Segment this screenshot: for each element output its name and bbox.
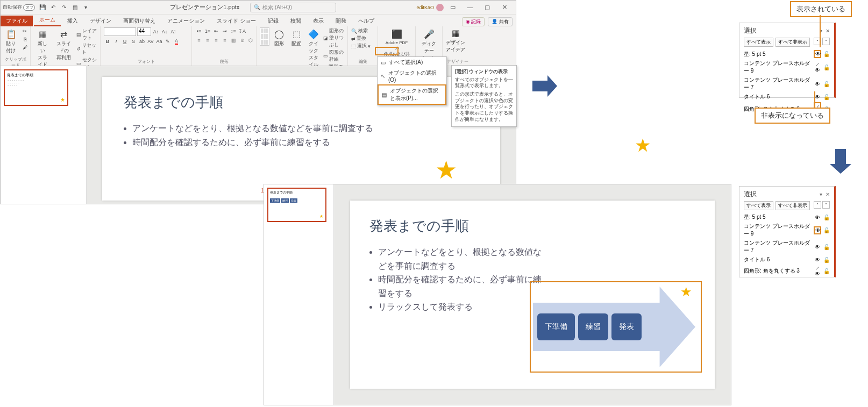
qat-more-icon[interactable]: ▾ [81,3,90,12]
sel-item-title6[interactable]: タイトル 6 👁 🔓 [744,93,830,101]
shapes-gallery[interactable] [260,27,269,46]
sel-item-title6[interactable]: タイトル 6 👁 🔓 [744,256,830,263]
eye-hidden-icon[interactable]: ⟋👁 [814,265,821,277]
copy-icon[interactable]: ⎘ [21,35,29,43]
eye-icon[interactable]: 👁 [814,226,821,234]
lock-icon[interactable]: 🔓 [823,81,830,87]
minimize-icon[interactable]: — [464,4,476,11]
indent-dec-icon[interactable]: ⇤ [212,27,220,35]
search-box[interactable]: 🔍 検索 (Alt+Q) [250,3,336,12]
justify-icon[interactable]: ≡ [221,37,229,44]
send-backward-icon[interactable]: ˅ [822,201,830,209]
font-size-combo[interactable]: 44 [137,27,151,36]
share-button[interactable]: 👤 共有 [488,17,513,26]
tab-developer[interactable]: 開発 [330,16,352,26]
underline-icon[interactable]: U [121,38,129,45]
taskpane-close-icon[interactable]: ✕ [826,28,830,34]
font-family-combo[interactable] [104,27,136,36]
eye-icon[interactable]: 👁 [814,215,821,220]
autosave[interactable]: 自動保存 オフ [3,4,35,11]
maximize-icon[interactable]: ▢ [481,4,493,11]
lock-icon[interactable]: 🔓 [823,94,830,100]
quick-styles-button[interactable]: 🔷クイック スタイル [306,27,321,69]
lock-icon[interactable]: 🔓 [823,268,830,274]
sel-item-ph9[interactable]: コンテンツ プレースホルダー 9 ⟋👁 🔓 [744,60,830,75]
tab-record[interactable]: 記録 [262,16,284,26]
tab-transitions[interactable]: 画面切り替え [118,16,161,26]
step-box-1[interactable]: 下準備 [537,313,575,340]
clear-format-icon[interactable]: A⃠ [169,28,177,35]
shrink-font-icon[interactable]: A↓ [161,28,168,35]
eye-icon[interactable]: 👁 [814,257,821,263]
columns-icon[interactable]: ▥ [230,37,237,44]
slideshow-icon[interactable]: ▧ [70,3,79,12]
line-spacing-icon[interactable]: ↕≡ [230,27,237,35]
shapes-button[interactable]: ◯図形 [272,27,287,48]
lock-icon[interactable]: 🔓 [823,227,830,233]
align-text-icon[interactable]: ⎚ [238,37,246,44]
taskpane-dropdown-icon[interactable]: ▾ [820,191,822,197]
eye-hidden-icon[interactable]: ⟋👁 [814,61,821,73]
shape-outline-button[interactable]: ▭ 図形の枠線 [323,49,344,63]
numbering-icon[interactable]: 1≡ [204,27,211,35]
sel-item-rounded-rect[interactable]: 四角形: 角を丸くする 3 ⟋👁 🔓 [744,265,830,277]
tab-home[interactable]: ホーム [34,15,61,26]
arrange-button[interactable]: ⬚配置 [289,27,304,48]
tab-file[interactable]: ファイル [1,16,33,26]
case-icon[interactable]: Aa [155,38,163,45]
align-right-icon[interactable]: ≡ [212,37,220,44]
record-button[interactable]: ◉ 記録 [462,17,485,26]
lock-icon[interactable]: 🔓 [823,257,830,263]
send-backward-icon[interactable]: ˅ [822,38,830,45]
eye-icon[interactable]: 👁 [814,244,821,250]
step-box-2[interactable]: 練習 [578,313,608,340]
tab-slideshow[interactable]: スライド ショー [211,16,261,26]
sel-item-ph9[interactable]: コンテンツ プレースホルダー 9 👁 🔓 [744,223,830,238]
shape-fill-button[interactable]: ◪ 図形の塗りつぶし [323,27,344,48]
text-direction-icon[interactable]: ↧A [238,27,246,35]
sel-item-star[interactable]: 星: 5 pt 5 👁 🔓 [744,213,830,221]
slide-2[interactable]: 発表までの手順 アンケートなどをとり、根拠となる数値などを事前に調査する 時間配… [350,201,715,389]
italic-icon[interactable]: I [112,38,120,45]
replace-button[interactable]: ⇄ 置換 [351,35,371,42]
strike-icon[interactable]: S [130,38,137,45]
layout-button[interactable]: ▤ レイアウト [76,27,97,41]
smartart-icon[interactable]: ⬡ [247,37,254,44]
tab-insert[interactable]: 挿入 [62,16,83,26]
cut-icon[interactable]: ✂ [21,27,29,35]
align-left-icon[interactable]: ≡ [195,37,203,44]
tab-view[interactable]: 表示 [308,16,329,26]
show-all-button[interactable]: すべて表示 [744,38,773,47]
redo-icon[interactable]: ↷ [60,3,68,12]
paste-button[interactable]: 📋 貼り付け [4,27,19,55]
hide-all-button[interactable]: すべて非表示 [775,38,810,47]
close-icon[interactable]: ✕ [499,4,510,11]
find-button[interactable]: 🔍 検索 [351,27,371,34]
tab-help[interactable]: ヘルプ [353,16,380,26]
select-button[interactable]: ⬚ 選択 ▾ [351,42,371,49]
account-button[interactable]: editKaO [416,4,444,11]
bullets-icon[interactable]: •≡ [195,27,203,35]
lock-icon[interactable]: 🔓 [823,215,830,220]
taskpane-close-icon[interactable]: ✕ [826,191,830,197]
bold-icon[interactable]: B [104,38,111,45]
tab-design[interactable]: デザイン [84,16,117,26]
show-all-button[interactable]: すべて表示 [744,201,773,210]
reset-button[interactable]: ↺ リセット [76,42,97,56]
design-ideas-button[interactable]: ▦ デザイン アイデア [446,27,465,53]
autosave-toggle[interactable]: オフ [23,4,35,11]
sel-item-ph7[interactable]: コンテンツ プレースホルダー 7 👁 🔓 [744,76,830,91]
slide-thumbnail-2[interactable]: 発表までの手順 下準備 練習 発表 ★ [267,188,326,222]
sel-item-ph7[interactable]: コンテンツ プレースホルダー 7 👁 🔓 [744,239,830,254]
tab-animations[interactable]: アニメーション [162,16,210,26]
reuse-slides-button[interactable]: ⇄ スライドの 再利用 [53,27,74,62]
new-slide-button[interactable]: ▦ 新しい スライド [34,27,51,69]
eye-icon[interactable]: 👁 [814,50,821,58]
grow-font-icon[interactable]: A↑ [152,28,160,35]
highlight-icon[interactable]: ✎ [164,38,172,45]
slide-thumbnail-1[interactable]: 発表までの手順 ・・・・・・・・・・・・・・・・・・・ ★ [4,69,68,106]
step-box-3[interactable]: 発表 [611,313,642,340]
ribbon-options-icon[interactable]: ▭ [447,4,459,11]
eye-icon[interactable]: 👁 [814,81,821,87]
select-objects-item[interactable]: ↖オブジェクトの選択(O) [378,68,446,84]
